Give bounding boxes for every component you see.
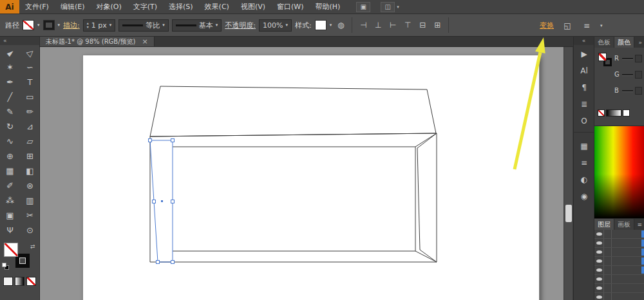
tab-color[interactable]: 颜色	[614, 37, 634, 48]
hand-tool[interactable]: Ψ	[0, 223, 20, 238]
grayscale-ramp[interactable]	[606, 109, 621, 117]
layer-row[interactable]	[594, 293, 644, 300]
document-tab[interactable]: 未标题-1* @ 98% (RGB/预览) ×	[40, 37, 155, 46]
envelope-inner-rect[interactable]	[173, 147, 415, 251]
lock-toggle[interactable]	[604, 239, 612, 247]
artboard-tool[interactable]: ▣	[0, 208, 20, 223]
gradient-tool[interactable]: ◧	[20, 164, 40, 178]
type-tool[interactable]: T	[20, 75, 40, 89]
lock-toggle[interactable]	[604, 293, 612, 300]
control-menu-icon[interactable]: ≡	[581, 20, 592, 32]
caret-icon[interactable]: ▾	[109, 23, 112, 28]
rectangle-tool[interactable]: ▭	[20, 89, 40, 104]
menu-select[interactable]: 选择(S)	[163, 0, 199, 14]
stroke-width-field[interactable]: ▴▾ 1 px ▾	[83, 19, 116, 32]
fill-proxy[interactable]	[598, 53, 607, 61]
blend-tool[interactable]: ⊛	[20, 178, 40, 193]
lock-toggle[interactable]	[604, 230, 612, 238]
stroke-width-spinner[interactable]: ▴▾	[87, 21, 89, 29]
gradient-button[interactable]	[15, 277, 24, 286]
lock-toggle[interactable]	[604, 284, 612, 292]
paragraph-panel-icon[interactable]: ¶	[574, 80, 594, 95]
stroke-panel-icon[interactable]: ≣	[574, 97, 594, 112]
layer-row[interactable]	[594, 266, 644, 275]
collapse-panel-icon[interactable]: »	[636, 37, 644, 48]
visibility-toggle[interactable]	[594, 266, 604, 274]
lock-toggle[interactable]	[604, 275, 612, 283]
transparency-panel-icon[interactable]: ◐	[574, 172, 594, 187]
canvas-area[interactable]	[40, 47, 564, 300]
menu-window[interactable]: 窗口(W)	[271, 0, 309, 14]
perspective-grid-tool[interactable]: ⊞	[20, 149, 40, 164]
rotate-tool[interactable]: ↻	[0, 119, 20, 134]
visibility-toggle[interactable]	[594, 248, 604, 256]
spinner-down-icon[interactable]: ▾	[87, 25, 89, 29]
align-center-icon[interactable]: ⊥	[372, 19, 384, 31]
green-slider-track[interactable]	[622, 74, 633, 75]
align-top-icon[interactable]: ⊤	[402, 19, 413, 31]
handle-top-right[interactable]	[171, 139, 175, 142]
caret-icon[interactable]: ▾	[285, 23, 288, 28]
layer-row[interactable]	[594, 248, 644, 257]
tab-artboards[interactable]: 画板	[614, 219, 634, 230]
menu-edit[interactable]: 编辑(E)	[55, 0, 91, 14]
mesh-tool[interactable]: ▦	[0, 164, 20, 178]
handle-mid-right[interactable]	[171, 200, 175, 203]
fill-swatch[interactable]	[4, 243, 18, 257]
menu-view[interactable]: 视图(V)	[235, 0, 271, 14]
visibility-toggle[interactable]	[594, 284, 604, 292]
swatches-panel-icon[interactable]: ▦	[574, 138, 594, 154]
scale-tool[interactable]: ⊿	[20, 119, 40, 134]
caret-icon[interactable]: ▾	[162, 23, 165, 28]
blue-slider-track[interactable]	[622, 90, 633, 91]
none-button[interactable]	[26, 277, 36, 286]
align-options-icon[interactable]: ⊞	[431, 19, 443, 31]
menu-type[interactable]: 文字(T)	[128, 0, 163, 14]
caret-icon[interactable]: ▾	[600, 23, 603, 28]
caret-icon[interactable]: ▾	[37, 23, 40, 28]
layer-row[interactable]	[594, 284, 644, 293]
color-spectrum[interactable]	[594, 126, 644, 219]
menu-object[interactable]: 对象(O)	[90, 0, 127, 14]
envelope-right-flap[interactable]	[417, 133, 437, 262]
align-left-icon[interactable]: ⊣	[357, 19, 369, 31]
visibility-toggle[interactable]	[594, 239, 604, 247]
layers-menu-icon[interactable]: ≡	[635, 219, 644, 230]
zoom-tool[interactable]: ⊙	[20, 223, 40, 238]
stroke-panel-link[interactable]: 描边:	[63, 21, 80, 30]
pen-tool[interactable]: ✒	[0, 75, 20, 89]
pencil-tool[interactable]: ✏	[20, 104, 40, 119]
distribute-icon[interactable]: ⊟	[417, 19, 428, 31]
visibility-toggle[interactable]	[594, 257, 604, 265]
fill-color-swatch[interactable]	[23, 20, 34, 30]
stroke-color-swatch[interactable]	[43, 20, 55, 30]
app-logo[interactable]: Ai	[0, 0, 19, 14]
lock-toggle[interactable]	[604, 266, 612, 274]
visibility-toggle[interactable]	[594, 230, 604, 238]
caret-icon[interactable]: ▾	[58, 23, 61, 28]
menu-file[interactable]: 文件(F)	[19, 0, 55, 14]
toolbar-collapse-icon[interactable]: «	[0, 37, 39, 45]
red-value-field[interactable]	[635, 55, 642, 62]
align-panel-icon[interactable]: Al	[574, 63, 594, 79]
document-grid-icon[interactable]: ▣	[356, 2, 370, 12]
eyedropper-tool[interactable]: ✐	[0, 178, 20, 193]
green-value-field[interactable]	[635, 71, 642, 79]
menu-effect[interactable]: 效果(C)	[199, 0, 235, 14]
transform-link[interactable]: 变换	[540, 21, 554, 30]
lock-toggle[interactable]	[604, 257, 612, 265]
menu-help[interactable]: 帮助(H)	[309, 0, 346, 14]
pathfinder-panel-icon[interactable]: ≡	[574, 155, 594, 171]
recolor-artwork-icon[interactable]: ◍	[335, 19, 346, 31]
brush-definition-dropdown[interactable]: 基本 ▾	[172, 19, 222, 32]
width-profile-dropdown[interactable]: 等比 ▾	[118, 19, 169, 32]
direct-selection-tool[interactable]: ▷	[20, 45, 40, 60]
scrollbar-thumb[interactable]	[565, 205, 572, 222]
symbol-sprayer-tool[interactable]: ⁂	[0, 193, 20, 208]
opacity-dropdown[interactable]: 100% ▾	[259, 19, 292, 32]
blue-slider[interactable]: B	[614, 82, 642, 98]
white-swatch[interactable]	[623, 109, 630, 117]
close-tab-icon[interactable]: ×	[142, 37, 147, 46]
default-colors-icon[interactable]	[2, 263, 10, 270]
visibility-toggle[interactable]	[594, 275, 604, 283]
